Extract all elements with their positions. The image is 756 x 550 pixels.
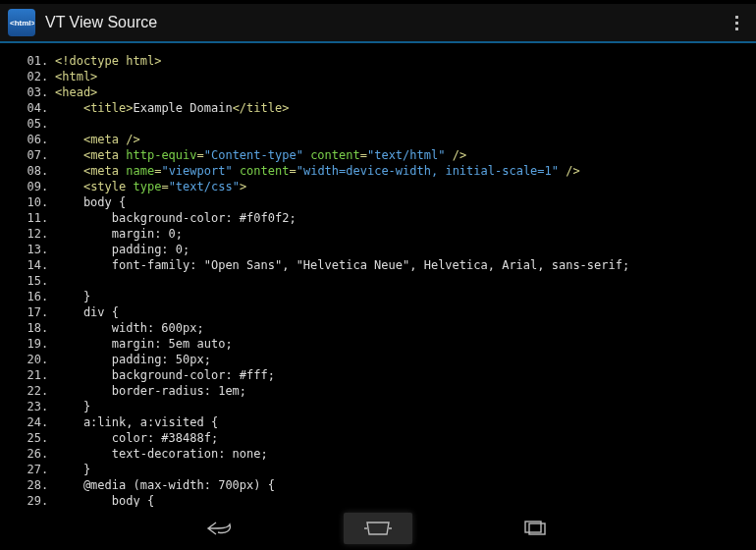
app-bar: <html> VT View Source: [0, 4, 756, 43]
line-number: 14: [12, 257, 41, 273]
code-line: 18. width: 600px;: [12, 320, 744, 336]
code-content: body {: [49, 194, 126, 210]
code-line: 13. padding: 0;: [12, 242, 744, 257]
code-line: 23. }: [12, 399, 744, 414]
code-line: 05.: [12, 116, 744, 132]
code-content: text-decoration: none;: [49, 446, 268, 462]
code-content: }: [49, 289, 90, 304]
line-number: 11: [12, 210, 41, 226]
code-content: body {: [49, 493, 154, 507]
code-line: 15.: [12, 273, 744, 289]
code-content: }: [49, 462, 90, 477]
line-number: 23: [12, 399, 41, 414]
code-content: font-family: "Open Sans", "Helvetica Neu…: [49, 257, 629, 273]
code-content: padding: 0;: [49, 242, 189, 257]
overflow-menu-icon[interactable]: [725, 9, 748, 36]
code-content: margin: 0;: [49, 226, 183, 242]
line-number: 01: [12, 53, 41, 69]
code-line: 14. font-family: "Open Sans", "Helvetica…: [12, 257, 744, 273]
code-content: margin: 5em auto;: [49, 336, 233, 352]
line-number: 27: [12, 462, 41, 477]
line-number: 05: [12, 116, 41, 132]
code-content: <title>Example Domain</title>: [49, 100, 289, 116]
app-icon: <html>: [8, 9, 35, 36]
code-line: 12. margin: 0;: [12, 226, 744, 242]
line-number: 24: [12, 414, 41, 430]
line-number: 25: [12, 430, 41, 446]
code-content: [49, 116, 55, 132]
code-line: 29. body {: [12, 493, 744, 507]
code-line: 08. <meta name="viewport" content="width…: [12, 163, 744, 179]
code-line: 27. }: [12, 462, 744, 477]
line-number: 21: [12, 367, 41, 383]
code-line: 16. }: [12, 289, 744, 304]
code-content: border-radius: 1em;: [49, 383, 246, 399]
code-line: 11. background-color: #f0f0f2;: [12, 210, 744, 226]
line-number: 16: [12, 289, 41, 304]
code-content: @media (max-width: 700px) {: [49, 477, 275, 493]
code-line: 17. div {: [12, 304, 744, 320]
code-line: 20. padding: 50px;: [12, 352, 744, 367]
code-content: padding: 50px;: [49, 352, 211, 367]
code-content: <html>: [49, 69, 97, 84]
code-line: 06. <meta />: [12, 132, 744, 147]
recents-button[interactable]: [501, 513, 569, 544]
line-number: 22: [12, 383, 41, 399]
code-line: 24. a:link, a:visited {: [12, 414, 744, 430]
back-button[interactable]: [187, 513, 255, 544]
line-number: 18: [12, 320, 41, 336]
line-number: 04: [12, 100, 41, 116]
line-number: 09: [12, 179, 41, 194]
code-content: background-color: #fff;: [49, 367, 275, 383]
code-content: [49, 273, 55, 289]
code-line: 10. body {: [12, 194, 744, 210]
source-code-view[interactable]: 01.<!doctype html>02.<html>03.<head>04. …: [0, 43, 756, 507]
code-line: 26. text-decoration: none;: [12, 446, 744, 462]
code-line: 22. border-radius: 1em;: [12, 383, 744, 399]
line-number: 19: [12, 336, 41, 352]
code-content: <head>: [49, 84, 97, 100]
line-number: 17: [12, 304, 41, 320]
code-content: <meta />: [49, 132, 140, 147]
code-content: <meta http-equiv="Content-type" content=…: [49, 147, 466, 163]
line-number: 07: [12, 147, 41, 163]
line-number: 26: [12, 446, 41, 462]
app-title: VT View Source: [45, 14, 157, 31]
code-line: 01.<!doctype html>: [12, 53, 744, 69]
code-content: <meta name="viewport" content="width=dev…: [49, 163, 580, 179]
app-icon-text: <html>: [10, 19, 34, 28]
line-number: 02: [12, 69, 41, 84]
line-number: 08: [12, 163, 41, 179]
line-number: 10: [12, 194, 41, 210]
code-content: <style type="text/css">: [49, 179, 246, 194]
line-number: 13: [12, 242, 41, 257]
code-content: background-color: #f0f0f2;: [49, 210, 297, 226]
line-number: 28: [12, 477, 41, 493]
code-line: 25. color: #38488f;: [12, 430, 744, 446]
code-line: 19. margin: 5em auto;: [12, 336, 744, 352]
code-content: <!doctype html>: [49, 53, 161, 69]
code-content: width: 600px;: [49, 320, 204, 336]
code-line: 04. <title>Example Domain</title>: [12, 100, 744, 116]
code-line: 09. <style type="text/css">: [12, 179, 744, 194]
home-button[interactable]: [344, 513, 412, 544]
line-number: 29: [12, 493, 41, 507]
code-content: color: #38488f;: [49, 430, 218, 446]
code-line: 02.<html>: [12, 69, 744, 84]
line-number: 15: [12, 273, 41, 289]
code-content: a:link, a:visited {: [49, 414, 218, 430]
code-content: }: [49, 399, 90, 414]
code-line: 28. @media (max-width: 700px) {: [12, 477, 744, 493]
navigation-bar: [0, 507, 756, 550]
code-line: 03.<head>: [12, 84, 744, 100]
line-number: 03: [12, 84, 41, 100]
code-content: div {: [49, 304, 119, 320]
line-number: 12: [12, 226, 41, 242]
line-number: 06: [12, 132, 41, 147]
code-line: 21. background-color: #fff;: [12, 367, 744, 383]
code-line: 07. <meta http-equiv="Content-type" cont…: [12, 147, 744, 163]
line-number: 20: [12, 352, 41, 367]
